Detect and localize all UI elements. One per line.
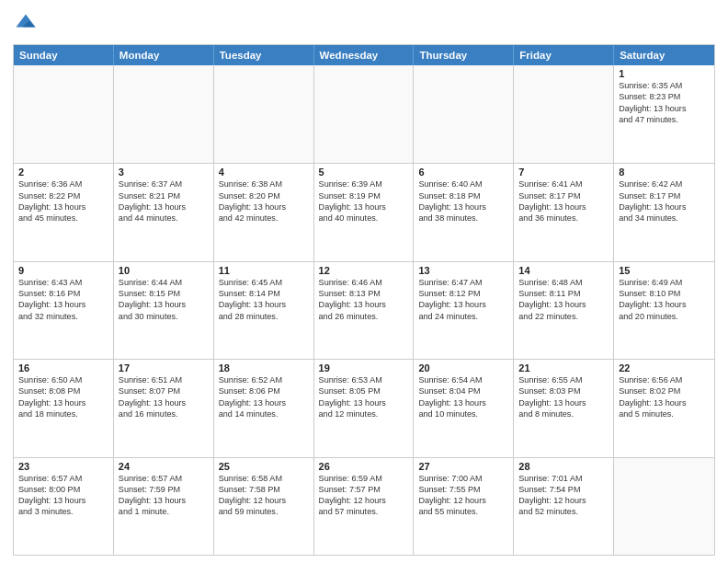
day-of-week-friday: Friday <box>514 45 614 65</box>
day-cell-empty <box>414 65 514 163</box>
day-number: 27 <box>418 461 508 472</box>
day-info: Sunrise: 6:54 AM Sunset: 8:04 PM Dayligh… <box>418 374 508 419</box>
calendar: SundayMondayTuesdayWednesdayThursdayFrid… <box>13 44 715 556</box>
day-info: Sunrise: 6:36 AM Sunset: 8:22 PM Dayligh… <box>18 178 108 224</box>
logo <box>13 11 42 37</box>
day-number: 8 <box>619 167 710 178</box>
header <box>13 11 715 37</box>
day-number: 19 <box>319 362 409 373</box>
day-number: 4 <box>219 167 309 178</box>
day-info: Sunrise: 6:41 AM Sunset: 8:17 PM Dayligh… <box>518 178 609 224</box>
day-cell-26: 26Sunrise: 6:59 AM Sunset: 7:57 PM Dayli… <box>314 458 415 555</box>
day-number: 26 <box>319 461 409 472</box>
day-cell-17: 17Sunrise: 6:51 AM Sunset: 8:07 PM Dayli… <box>114 360 214 456</box>
day-cell-2: 2Sunrise: 6:36 AM Sunset: 8:22 PM Daylig… <box>14 164 114 260</box>
day-of-week-thursday: Thursday <box>414 45 514 65</box>
day-number: 14 <box>518 265 609 276</box>
day-number: 12 <box>319 265 409 276</box>
calendar-row-1: 1Sunrise: 6:35 AM Sunset: 8:23 PM Daylig… <box>14 65 714 163</box>
day-info: Sunrise: 7:01 AM Sunset: 7:54 PM Dayligh… <box>518 473 609 518</box>
day-cell-14: 14Sunrise: 6:48 AM Sunset: 8:11 PM Dayli… <box>514 262 614 359</box>
day-cell-22: 22Sunrise: 6:56 AM Sunset: 8:02 PM Dayli… <box>614 360 714 456</box>
day-info: Sunrise: 6:59 AM Sunset: 7:57 PM Dayligh… <box>319 473 409 518</box>
day-number: 21 <box>518 362 609 373</box>
day-info: Sunrise: 6:40 AM Sunset: 8:18 PM Dayligh… <box>418 178 508 224</box>
day-info: Sunrise: 6:49 AM Sunset: 8:10 PM Dayligh… <box>619 277 710 322</box>
day-number: 22 <box>619 362 710 373</box>
day-number: 24 <box>119 461 209 472</box>
day-info: Sunrise: 6:51 AM Sunset: 8:07 PM Dayligh… <box>119 374 209 419</box>
day-cell-4: 4Sunrise: 6:38 AM Sunset: 8:20 PM Daylig… <box>214 164 314 260</box>
day-cell-18: 18Sunrise: 6:52 AM Sunset: 8:06 PM Dayli… <box>214 360 314 456</box>
day-cell-20: 20Sunrise: 6:54 AM Sunset: 8:04 PM Dayli… <box>414 360 514 456</box>
day-cell-27: 27Sunrise: 7:00 AM Sunset: 7:55 PM Dayli… <box>414 458 514 555</box>
day-cell-24: 24Sunrise: 6:57 AM Sunset: 7:59 PM Dayli… <box>114 458 214 555</box>
day-cell-empty <box>314 65 415 163</box>
day-cell-23: 23Sunrise: 6:57 AM Sunset: 8:00 PM Dayli… <box>14 458 114 555</box>
day-info: Sunrise: 6:52 AM Sunset: 8:06 PM Dayligh… <box>219 374 309 419</box>
day-cell-28: 28Sunrise: 7:01 AM Sunset: 7:54 PM Dayli… <box>514 458 614 555</box>
day-number: 25 <box>219 461 309 472</box>
day-cell-25: 25Sunrise: 6:58 AM Sunset: 7:58 PM Dayli… <box>214 458 314 555</box>
day-cell-empty <box>214 65 314 163</box>
calendar-row-4: 16Sunrise: 6:50 AM Sunset: 8:08 PM Dayli… <box>14 359 714 456</box>
day-info: Sunrise: 6:58 AM Sunset: 7:58 PM Dayligh… <box>219 473 309 518</box>
day-number: 7 <box>518 167 609 178</box>
page: SundayMondayTuesdayWednesdayThursdayFrid… <box>0 0 728 563</box>
day-info: Sunrise: 6:38 AM Sunset: 8:20 PM Dayligh… <box>219 178 309 224</box>
day-number: 3 <box>119 167 209 178</box>
day-of-week-monday: Monday <box>114 45 214 65</box>
day-number: 23 <box>18 461 108 472</box>
day-info: Sunrise: 6:45 AM Sunset: 8:14 PM Dayligh… <box>219 277 309 322</box>
day-cell-12: 12Sunrise: 6:46 AM Sunset: 8:13 PM Dayli… <box>314 262 415 359</box>
day-info: Sunrise: 6:43 AM Sunset: 8:16 PM Dayligh… <box>18 277 108 322</box>
day-cell-15: 15Sunrise: 6:49 AM Sunset: 8:10 PM Dayli… <box>614 262 714 359</box>
day-cell-13: 13Sunrise: 6:47 AM Sunset: 8:12 PM Dayli… <box>414 262 514 359</box>
day-info: Sunrise: 6:46 AM Sunset: 8:13 PM Dayligh… <box>319 277 409 322</box>
day-cell-3: 3Sunrise: 6:37 AM Sunset: 8:21 PM Daylig… <box>114 164 214 260</box>
day-number: 20 <box>418 362 508 373</box>
day-of-week-wednesday: Wednesday <box>314 45 415 65</box>
calendar-row-5: 23Sunrise: 6:57 AM Sunset: 8:00 PM Dayli… <box>14 457 714 555</box>
day-info: Sunrise: 6:39 AM Sunset: 8:19 PM Dayligh… <box>319 178 409 224</box>
calendar-row-3: 9Sunrise: 6:43 AM Sunset: 8:16 PM Daylig… <box>14 261 714 359</box>
day-number: 18 <box>219 362 309 373</box>
day-number: 5 <box>319 167 409 178</box>
day-info: Sunrise: 6:57 AM Sunset: 8:00 PM Dayligh… <box>18 473 108 518</box>
day-number: 28 <box>518 461 609 472</box>
day-number: 1 <box>619 68 710 79</box>
logo-icon <box>13 11 39 37</box>
day-info: Sunrise: 6:35 AM Sunset: 8:23 PM Dayligh… <box>619 80 710 125</box>
day-number: 16 <box>18 362 108 373</box>
day-number: 10 <box>119 265 209 276</box>
day-number: 13 <box>418 265 508 276</box>
day-number: 2 <box>18 167 108 178</box>
day-info: Sunrise: 6:44 AM Sunset: 8:15 PM Dayligh… <box>119 277 209 322</box>
day-cell-6: 6Sunrise: 6:40 AM Sunset: 8:18 PM Daylig… <box>414 164 514 260</box>
day-info: Sunrise: 6:55 AM Sunset: 8:03 PM Dayligh… <box>518 374 609 419</box>
day-cell-8: 8Sunrise: 6:42 AM Sunset: 8:17 PM Daylig… <box>614 164 714 260</box>
day-cell-empty <box>14 65 114 163</box>
day-info: Sunrise: 6:50 AM Sunset: 8:08 PM Dayligh… <box>18 374 108 419</box>
day-cell-21: 21Sunrise: 6:55 AM Sunset: 8:03 PM Dayli… <box>514 360 614 456</box>
day-cell-5: 5Sunrise: 6:39 AM Sunset: 8:19 PM Daylig… <box>314 164 415 260</box>
day-of-week-saturday: Saturday <box>614 45 714 65</box>
day-number: 6 <box>418 167 508 178</box>
day-cell-19: 19Sunrise: 6:53 AM Sunset: 8:05 PM Dayli… <box>314 360 415 456</box>
day-info: Sunrise: 7:00 AM Sunset: 7:55 PM Dayligh… <box>418 473 508 518</box>
day-number: 11 <box>219 265 309 276</box>
day-number: 9 <box>18 265 108 276</box>
calendar-row-2: 2Sunrise: 6:36 AM Sunset: 8:22 PM Daylig… <box>14 163 714 260</box>
day-info: Sunrise: 6:56 AM Sunset: 8:02 PM Dayligh… <box>619 374 710 419</box>
calendar-body: 1Sunrise: 6:35 AM Sunset: 8:23 PM Daylig… <box>14 65 714 555</box>
day-info: Sunrise: 6:42 AM Sunset: 8:17 PM Dayligh… <box>619 178 710 224</box>
day-info: Sunrise: 6:47 AM Sunset: 8:12 PM Dayligh… <box>418 277 508 322</box>
day-cell-9: 9Sunrise: 6:43 AM Sunset: 8:16 PM Daylig… <box>14 262 114 359</box>
day-cell-7: 7Sunrise: 6:41 AM Sunset: 8:17 PM Daylig… <box>514 164 614 260</box>
day-info: Sunrise: 6:53 AM Sunset: 8:05 PM Dayligh… <box>319 374 409 419</box>
day-of-week-sunday: Sunday <box>14 45 114 65</box>
day-info: Sunrise: 6:57 AM Sunset: 7:59 PM Dayligh… <box>119 473 209 518</box>
day-cell-empty <box>114 65 214 163</box>
day-cell-1: 1Sunrise: 6:35 AM Sunset: 8:23 PM Daylig… <box>614 65 714 163</box>
day-info: Sunrise: 6:37 AM Sunset: 8:21 PM Dayligh… <box>119 178 209 224</box>
